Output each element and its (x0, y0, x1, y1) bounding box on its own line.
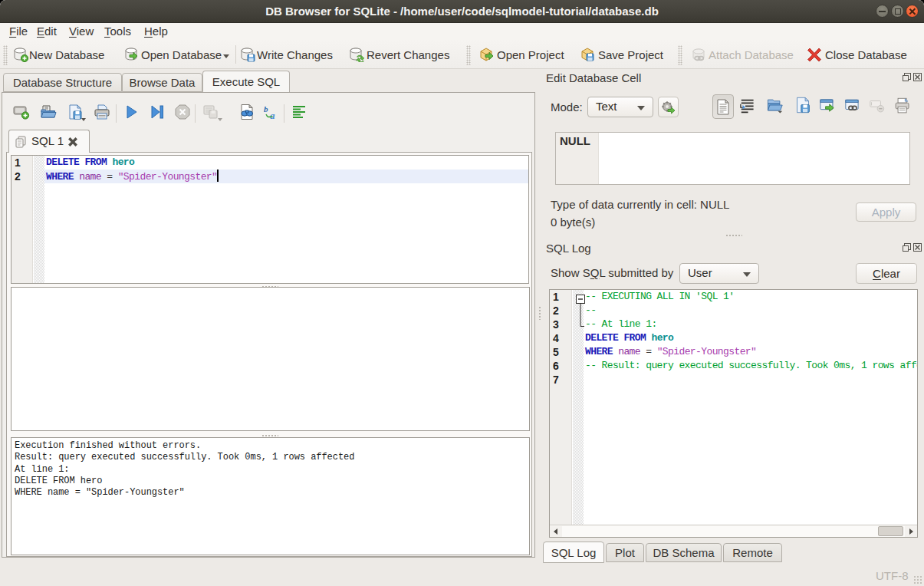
svg-text:a: a (270, 110, 275, 120)
svg-text:b: b (264, 104, 268, 114)
